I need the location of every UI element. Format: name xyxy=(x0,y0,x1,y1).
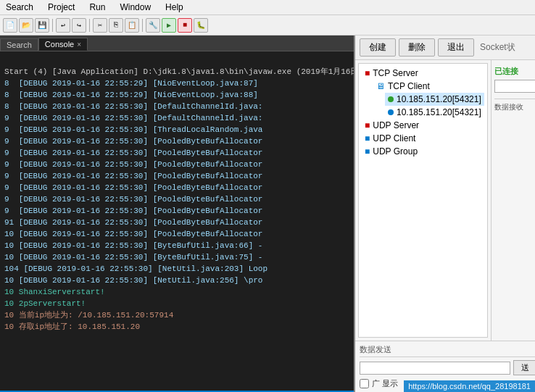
udp-group-icon: ■ xyxy=(365,146,370,157)
tree-client2[interactable]: 10.185.151.20[54321] xyxy=(385,106,484,119)
toolbar-cut[interactable]: ✂ xyxy=(93,18,107,33)
send-button[interactable]: 送 xyxy=(513,360,535,375)
tcp-client-icon: 🖥 xyxy=(376,81,385,91)
toolbar-stop[interactable]: ■ xyxy=(178,18,192,33)
client2-label: 10.185.151.20[54321] xyxy=(397,107,481,117)
console-line-10: 9 [DEBUG 2019-01-16 22:55:30] [PooledByt… xyxy=(4,195,262,204)
console-line-6: 9 [DEBUG 2019-01-16 22:55:30] [PooledByt… xyxy=(4,149,262,157)
console-line-12: 91 [DEBUG 2019-01-16 22:55:30] [PooledBy… xyxy=(4,218,262,227)
console-line-21: 10 存取ip地址了: 10.185.151.20 xyxy=(4,322,140,331)
main-area: Search Console × Start (4) [Java Applica… xyxy=(0,36,535,392)
tcp-server-label: TCP Server xyxy=(373,68,418,78)
toolbar-copy[interactable]: ⎘ xyxy=(109,18,123,33)
connected-status: 已连接 xyxy=(494,66,535,77)
console-line-5: 9 [DEBUG 2019-01-16 22:55:30] [PooledByt… xyxy=(4,137,262,146)
left-panel: Search Console × Start (4) [Java Applica… xyxy=(0,36,355,392)
console-line-15: 10 [DEBUG 2019-01-16 22:55:30] [ByteBufU… xyxy=(4,253,262,262)
send-input[interactable] xyxy=(360,362,510,375)
console-line-9: 9 [DEBUG 2019-01-16 22:55:30] [PooledByt… xyxy=(4,183,262,192)
send-value-input[interactable] xyxy=(494,80,535,93)
console-line-14: 10 [DEBUG 2019-01-16 22:55:30] [ByteBufU… xyxy=(4,241,262,250)
toolbar-undo[interactable]: ↩ xyxy=(56,18,70,33)
send-area: 送 xyxy=(360,360,535,375)
watermark: https://blog.csdn.net/qq_28198181 xyxy=(404,380,535,392)
toolbar-save[interactable]: 💾 xyxy=(35,18,49,33)
tcp-client-label: TCP Client xyxy=(388,81,430,91)
toolbar-redo[interactable]: ↪ xyxy=(72,18,86,33)
toolbar-sep3 xyxy=(142,19,143,32)
console-line-3: 9 [DEBUG 2019-01-16 22:55:30] [DefaultCh… xyxy=(4,114,262,122)
tree-tcp-server[interactable]: ■ TCP Server xyxy=(362,67,484,80)
data-receive-label: 数据接收 xyxy=(494,99,535,112)
toolbar-new[interactable]: 📄 xyxy=(3,18,17,33)
toolbar-open[interactable]: 📂 xyxy=(19,18,33,33)
console-line-20: 10 当前ip地址为: /10.185.151.20:57914 xyxy=(4,311,173,320)
client2-status-icon xyxy=(388,109,394,115)
client1-status-icon xyxy=(388,96,394,102)
delete-button[interactable]: 删除 xyxy=(399,38,435,57)
menu-run[interactable]: Run xyxy=(86,1,108,13)
console-line-1: 8 [DEBUG 2019-01-16 22:55:29] [NioEventL… xyxy=(4,91,258,99)
display-label: 广 显示 xyxy=(372,378,398,389)
display-checkbox[interactable] xyxy=(360,379,369,388)
console-line-18: 10 ShanxiServerstart! xyxy=(4,288,105,296)
tab-search-label: Search xyxy=(7,41,32,49)
toolbar: 📄 📂 💾 ↩ ↪ ✂ ⎘ 📋 🔧 ▶ ■ 🐛 xyxy=(0,15,535,36)
console-line-7: 9 [DEBUG 2019-01-16 22:55:30] [PooledByt… xyxy=(4,160,262,169)
menu-window[interactable]: Window xyxy=(117,1,154,13)
console-line-17: 10 [DEBUG 2019-01-16 22:55:30] [NetUtil.… xyxy=(4,276,262,285)
toolbar-run[interactable]: ▶ xyxy=(162,18,176,33)
tab-search[interactable]: Search xyxy=(0,38,38,51)
udp-server-icon: ■ xyxy=(365,120,370,130)
quit-button[interactable]: 退出 xyxy=(438,38,474,57)
console-line-8: 9 [DEBUG 2019-01-16 22:55:30] [PooledByt… xyxy=(4,172,262,180)
console-line-0: 8 [DEBUG 2019-01-16 22:55:29] [NioEventL… xyxy=(4,79,258,88)
tree-client1[interactable]: 10.185.151.20[54321] xyxy=(385,93,484,106)
data-send-label: 数据发送 xyxy=(360,344,535,357)
menu-project[interactable]: Project xyxy=(45,1,78,13)
right-top-bar: 创建 删除 退出 Socket状 xyxy=(355,36,535,60)
tree-tcp-client[interactable]: 🖥 TCP Client xyxy=(373,80,484,93)
tree-udp-group[interactable]: ■ UDP Group xyxy=(362,145,484,158)
tcp-server-icon: ■ xyxy=(365,68,370,78)
menu-search[interactable]: Search xyxy=(3,1,36,13)
right-panel: 创建 删除 退出 Socket状 ■ TCP Server 🖥 TCP Clie… xyxy=(355,36,535,392)
tab-console-label: Console xyxy=(45,40,74,49)
toolbar-build[interactable]: 🔧 xyxy=(146,18,160,33)
tab-close-icon[interactable]: × xyxy=(77,41,81,49)
console-line-13: 10 [DEBUG 2019-01-16 22:55:30] [PooledBy… xyxy=(4,230,262,238)
console-line-19: 10 2pServerstart! xyxy=(4,299,86,308)
create-button[interactable]: 创建 xyxy=(360,38,396,57)
client1-label: 10.185.151.20[54321] xyxy=(397,94,481,104)
socket-label: Socket状 xyxy=(480,41,515,54)
console-output[interactable]: Start (4) [Java Application] D:\jdk1.8\j… xyxy=(0,51,354,391)
console-line-4: 9 [DEBUG 2019-01-16 22:55:30] [ThreadLoc… xyxy=(4,125,262,134)
toolbar-debug[interactable]: 🐛 xyxy=(194,18,208,33)
udp-client-label: UDP Client xyxy=(373,133,415,143)
tree-udp-client[interactable]: ■ UDP Client xyxy=(362,132,484,145)
udp-client-icon: ■ xyxy=(365,133,370,143)
toolbar-paste[interactable]: 📋 xyxy=(125,18,139,33)
console-line-2: 8 [DEBUG 2019-01-16 22:55:30] [DefaultCh… xyxy=(4,102,262,111)
tab-console[interactable]: Console × xyxy=(38,38,88,51)
console-line-11: 9 [DEBUG 2019-01-16 22:55:30] [PooledByt… xyxy=(4,207,262,215)
toolbar-sep2 xyxy=(89,19,90,32)
udp-group-label: UDP Group xyxy=(373,146,418,157)
udp-server-label: UDP Server xyxy=(373,120,419,130)
tab-bar: Search Console × xyxy=(0,36,354,51)
toolbar-sep1 xyxy=(52,19,53,32)
menu-bar: Search Project Run Window Help xyxy=(0,0,535,15)
console-line-16: 104 [DEBUG 2019-01-16 22:55:30] [NetUtil… xyxy=(4,264,268,273)
menu-help[interactable]: Help xyxy=(162,1,186,13)
tree-udp-server[interactable]: ■ UDP Server xyxy=(362,119,484,132)
start-line: Start (4) [Java Application] D:\jdk1.8\j… xyxy=(4,67,354,76)
tree-panel: ■ TCP Server 🖥 TCP Client 10.185.151.20[… xyxy=(358,63,488,338)
